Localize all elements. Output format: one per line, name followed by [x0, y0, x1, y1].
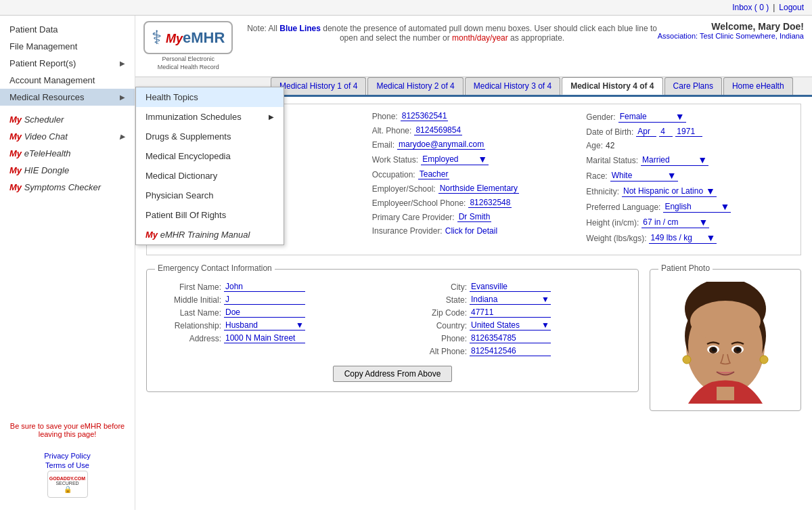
emerg-middle-initial-row: Middle Initial: J — [154, 295, 386, 305]
caduceus-icon: ⚕ — [152, 26, 162, 49]
work-status-row: Work Status: Employed ▼ — [372, 154, 576, 165]
menu-item-patient-bill-of-rights[interactable]: Patient Bill Of Rights — [136, 205, 284, 225]
patient-photo-wrapper: Patient Photo — [650, 262, 812, 418]
emerg-relationship-row: Relationship: Husband ▼ — [154, 320, 386, 330]
dropdown-arrow-icon[interactable]: ▼ — [706, 186, 715, 196]
sidebar: Patient Data File Management Patient Rep… — [0, 16, 135, 510]
emerg-zip-row: Zip Code: 47711 — [399, 307, 631, 318]
godaddy-badge: GODADDY.COM SECURED 🔒 — [47, 471, 88, 498]
dropdown-arrow-icon[interactable]: ▼ — [667, 170, 677, 181]
dropdown-arrow-icon[interactable]: ▼ — [698, 154, 707, 165]
sidebar-item-file-management[interactable]: File Management — [0, 38, 135, 55]
svg-rect-14 — [717, 387, 734, 400]
dropdown-menu: Health Topics Immunization Schedules ▶ D… — [135, 87, 284, 245]
svg-point-13 — [760, 356, 768, 364]
tab-med-history-4[interactable]: Medical History 4 of 4 — [562, 77, 662, 95]
arrow-icon: ▶ — [120, 133, 125, 140]
top-bar: Inbox ( 0 ) | Logout — [0, 0, 812, 16]
content-header: ⚕ MyeMHR Personal ElectronicMedical Heal… — [135, 16, 812, 77]
emerg-city-row: City: Evansville — [399, 282, 631, 292]
height-row: Height (in/cm): 67 in / cm ▼ — [586, 217, 790, 228]
logo-area: ⚕ MyeMHR Personal ElectronicMedical Heal… — [143, 21, 233, 71]
menu-item-medical-dictionary[interactable]: Medical Dictionary — [136, 166, 284, 186]
phone-row: Phone: 8125362541 — [372, 111, 576, 121]
emerg-phone-row: Phone: 8126354785 — [399, 333, 631, 343]
menu-item-health-topics[interactable]: Health Topics — [136, 87, 284, 107]
occupation-row: Occupation: Teacher — [372, 169, 576, 179]
arrow-icon: ▶ — [269, 113, 274, 121]
dropdown-arrow-icon[interactable]: ▼ — [541, 295, 549, 304]
sidebar-item-hie-dongle[interactable]: My HIE Dongle — [0, 162, 135, 179]
tab-med-history-1[interactable]: Medical History 1 of 4 — [271, 77, 366, 95]
dropdown-arrow-icon[interactable]: ▼ — [706, 232, 716, 243]
logo-box: ⚕ MyeMHR — [143, 21, 233, 54]
dropdown-arrow-icon[interactable]: ▼ — [541, 320, 549, 330]
email-row: Email: marydoe@anymail.com — [372, 140, 576, 150]
svg-point-12 — [683, 356, 691, 364]
sidebar-item-symptoms-checker[interactable]: My Symptoms Checker — [0, 179, 135, 196]
arrow-icon: ▶ — [120, 93, 125, 101]
sidebar-item-patient-data[interactable]: Patient Data — [0, 21, 135, 38]
insurance-row: Insurance Provider: Click for Detail — [372, 226, 576, 236]
menu-item-physician-search[interactable]: Physician Search — [136, 186, 284, 205]
arrow-icon: ▶ — [120, 60, 125, 67]
sidebar-item-scheduler[interactable]: My Scheduler — [0, 111, 135, 128]
sidebar-item-medical-resources[interactable]: Medical Resources ▶ — [0, 89, 135, 106]
age-row: Age: 42 — [586, 141, 790, 150]
inbox-link[interactable]: Inbox ( 0 ) — [732, 3, 769, 12]
emerg-last-name-row: Last Name: Doe — [154, 307, 386, 318]
svg-point-11 — [736, 347, 740, 351]
association-link: Association: Test Clinic Somewhere, Indi… — [658, 32, 804, 40]
sidebar-item-eTeleHealth[interactable]: My eTeleHealth — [0, 145, 135, 162]
menu-item-medical-encyclopedia[interactable]: Medical Encyclopedia — [136, 146, 284, 166]
terms-of-use-link[interactable]: Terms of Use — [9, 461, 125, 469]
emerg-first-name-row: First Name: John — [154, 282, 386, 292]
copy-address-button[interactable]: Copy Address From Above — [333, 366, 453, 382]
tab-home-ehealth[interactable]: Home eHealth — [723, 77, 793, 95]
tab-med-history-2[interactable]: Medical History 2 of 4 — [367, 77, 463, 95]
dropdown-arrow-icon[interactable]: ▼ — [296, 320, 304, 330]
patient-photo — [675, 282, 776, 404]
weight-row: Weight (lbs/kgs): 149 lbs / kg ▼ — [586, 232, 790, 244]
patient-info-col2: Phone: 8125362541 Alt. Phone: 8124569854… — [367, 111, 581, 248]
language-row: Preferred Language: English ▼ — [586, 201, 790, 213]
emerg-alt-phone-row: Alt Phone: 8125412546 — [399, 346, 631, 356]
pcp-row: Primary Care Provider: Dr Smith — [372, 212, 576, 222]
marital-row: Marital Status: Married ▼ — [586, 154, 790, 166]
menu-item-immunization-schedules[interactable]: Immunization Schedules ▶ — [136, 107, 284, 127]
alt-phone-row: Alt. Phone: 8124569854 — [372, 125, 576, 135]
emergency-wrapper: Emergency Contact Information First Name… — [135, 262, 650, 418]
tab-med-history-3[interactable]: Medical History 3 of 4 — [465, 77, 560, 95]
welcome-message: Welcome, Mary Doe! — [711, 21, 804, 32]
dropdown-arrow-icon[interactable]: ▼ — [721, 201, 730, 212]
logo-text: MyeMHR — [166, 29, 225, 47]
emergency-contact-section: Emergency Contact Information First Name… — [146, 269, 639, 392]
emerg-country-row: Country: United States ▼ — [399, 320, 631, 330]
tab-care-plans[interactable]: Care Plans — [664, 77, 722, 95]
dropdown-arrow-icon[interactable]: ▼ — [478, 154, 487, 165]
emerg-right-col: City: Evansville State: Indiana ▼ — [399, 282, 631, 359]
logo-subtitle: Personal ElectronicMedical Health Record — [158, 56, 219, 71]
svg-point-10 — [712, 347, 716, 351]
emergency-grid: First Name: John Middle Initial: J Last … — [154, 282, 631, 359]
logout-link[interactable]: Logout — [779, 3, 804, 12]
patient-info-col3: Gender: Female ▼ Date of Birth: Apr 4 19… — [581, 111, 795, 248]
menu-item-emhr-training[interactable]: My eMHR Training Manual — [136, 225, 284, 244]
save-reminder: Be sure to save your eMHR before leaving… — [0, 417, 135, 444]
emergency-section-title: Emergency Contact Information — [155, 263, 275, 273]
dropdown-arrow-icon[interactable]: ▼ — [699, 217, 708, 228]
main-layout: Patient Data File Management Patient Rep… — [0, 16, 812, 510]
sidebar-item-patient-reports[interactable]: Patient Report(s) ▶ — [0, 55, 135, 72]
dob-row: Date of Birth: Apr 4 1971 — [586, 127, 790, 137]
ethnicity-row: Ethnicity: Not Hispanic or Latino ▼ — [586, 186, 790, 197]
insurance-detail-link[interactable]: Click for Detail — [445, 226, 497, 236]
gender-row: Gender: Female ▼ — [586, 111, 790, 123]
privacy-policy-link[interactable]: Privacy Policy — [9, 452, 125, 460]
sidebar-item-video-chat[interactable]: My Video Chat ▶ — [0, 128, 135, 145]
sidebar-item-account-management[interactable]: Account Management — [0, 72, 135, 89]
emerg-address-row: Address: 1000 N Main Street — [154, 333, 386, 343]
race-row: Race: White ▼ — [586, 170, 790, 182]
dropdown-arrow-icon[interactable]: ▼ — [675, 111, 685, 122]
employer-row: Employer/School: Northside Elementary — [372, 184, 576, 194]
menu-item-drugs-supplements[interactable]: Drugs & Supplements — [136, 127, 284, 146]
